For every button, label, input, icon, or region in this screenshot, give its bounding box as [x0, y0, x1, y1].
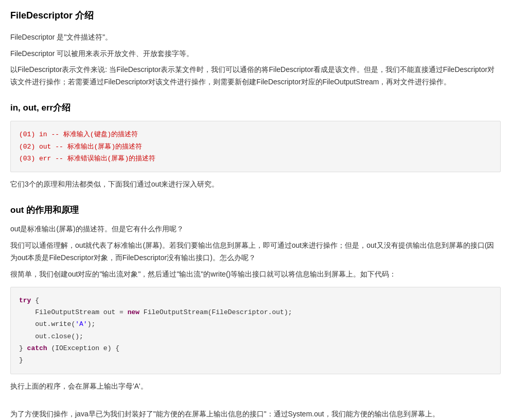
code-line-2: (02) out -- 标准输出(屏幕)的描述符: [19, 141, 492, 153]
para-after-code: 它们3个的原理和用法都类似，下面我们通过out来进行深入研究。: [10, 178, 501, 191]
para-fd-1: FileDescriptor 是"文件描述符"。: [10, 31, 501, 44]
code-line-3: (03) err -- 标准错误输出(屏幕)的描述符: [19, 153, 492, 165]
java-line-5: } catch (IOException e) {: [19, 342, 492, 354]
para-final-1: 为了方便我们操作，java早已为我们封装好了"能方便的在屏幕上输出信息的接口"：…: [10, 408, 501, 420]
section-title-in-out-err: in, out, err介绍: [10, 101, 501, 115]
para-out-3: 很简单，我们创建out对应的"输出流对象"，然后通过"输出流"的write()等…: [10, 268, 501, 281]
section-filedescriptor: FileDescriptor 介绍 FileDescriptor 是"文件描述符…: [10, 8, 501, 88]
para-fd-2: FileDescriptor 可以被用来表示开放文件、开放套接字等。: [10, 48, 501, 60]
para-after-java: 执行上面的程序，会在屏幕上输出字母'A'。: [10, 380, 501, 393]
java-line-4: out.close();: [19, 331, 492, 342]
java-line-1: try {: [19, 295, 492, 306]
code-block-in-out-err: (01) in -- 标准输入(键盘)的描述符 (02) out -- 标准输出…: [10, 121, 501, 172]
kw-new: new: [128, 308, 139, 316]
section-out-usage: out 的作用和原理 out是标准输出(屏幕)的描述符。但是它有什么作用呢？ 我…: [10, 203, 501, 420]
kw-try: try: [19, 297, 31, 304]
para-out-1: out是标准输出(屏幕)的描述符。但是它有什么作用呢？: [10, 223, 501, 235]
para-fd-3: 以FileDescriptor表示文件来说: 当FileDescriptor表示…: [10, 64, 501, 88]
kw-catch: catch: [27, 344, 47, 352]
section-in-out-err: in, out, err介绍 (01) in -- 标准输入(键盘)的描述符 (…: [10, 101, 501, 191]
section-title-out: out 的作用和原理: [10, 203, 501, 217]
code-line-1: (01) in -- 标准输入(键盘)的描述符: [19, 129, 492, 140]
java-line-6: }: [19, 354, 492, 366]
java-line-2: FileOutputStream out = new FileOutputStr…: [19, 306, 492, 318]
section-title-filedescriptor: FileDescriptor 介绍: [10, 8, 501, 25]
java-code-block: try { FileOutputStream out = new FileOut…: [10, 287, 501, 374]
para-out-2: 我们可以通俗理解，out就代表了标准输出(屏幕)。若我们要输出信息到屏幕上，即可…: [10, 240, 501, 264]
java-line-3: out.write('A');: [19, 318, 492, 330]
